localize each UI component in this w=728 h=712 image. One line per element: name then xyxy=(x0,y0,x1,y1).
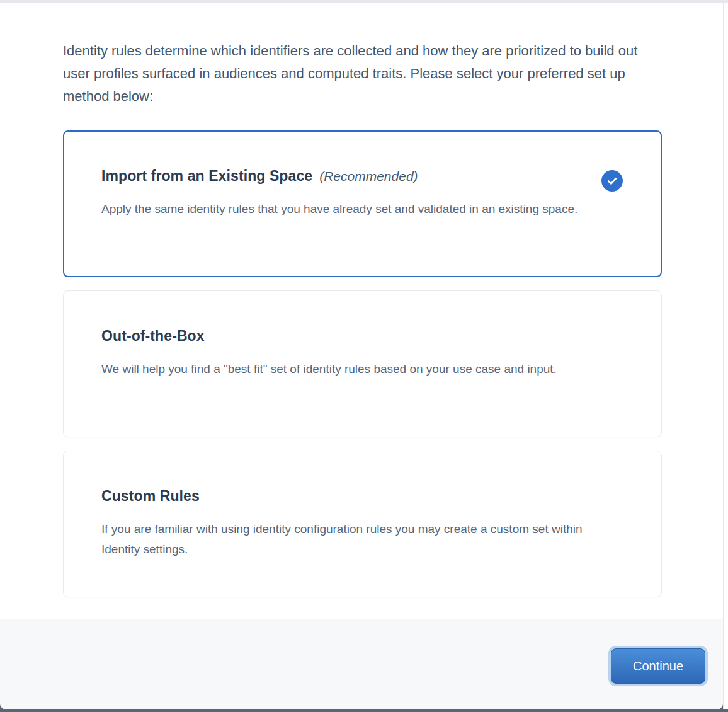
option-card-out-of-the-box[interactable]: Out-of-the-Box We will help you find a "… xyxy=(63,290,662,437)
option-title-row: Custom Rules xyxy=(101,486,623,505)
intro-text: Identity rules determine which identifie… xyxy=(63,40,655,108)
continue-button[interactable]: Continue xyxy=(611,648,705,684)
option-description: If you are familiar with using identity … xyxy=(101,519,605,560)
recommended-badge: (Recommended) xyxy=(319,169,418,184)
check-icon xyxy=(601,170,623,192)
option-title: Custom Rules xyxy=(101,486,200,505)
option-description: Apply the same identity rules that you h… xyxy=(101,199,605,219)
option-title-row: Out-of-the-Box xyxy=(101,326,623,345)
option-title: Import from an Existing Space xyxy=(101,166,312,185)
option-title: Out-of-the-Box xyxy=(101,326,205,345)
modal-right-edge-divider xyxy=(723,3,724,709)
modal-right-gutter xyxy=(724,3,728,709)
identity-rules-setup-dialog: Identity rules determine which identifie… xyxy=(0,3,723,709)
dialog-footer: Continue xyxy=(0,619,723,709)
option-card-custom-rules[interactable]: Custom Rules If you are familiar with us… xyxy=(63,451,662,597)
option-description: We will help you find a "best fit" set o… xyxy=(101,359,605,379)
dialog-body: Identity rules determine which identifie… xyxy=(0,3,723,619)
option-title-row: Import from an Existing Space (Recommend… xyxy=(101,166,623,185)
option-card-import-existing-space[interactable]: Import from an Existing Space (Recommend… xyxy=(63,130,662,277)
